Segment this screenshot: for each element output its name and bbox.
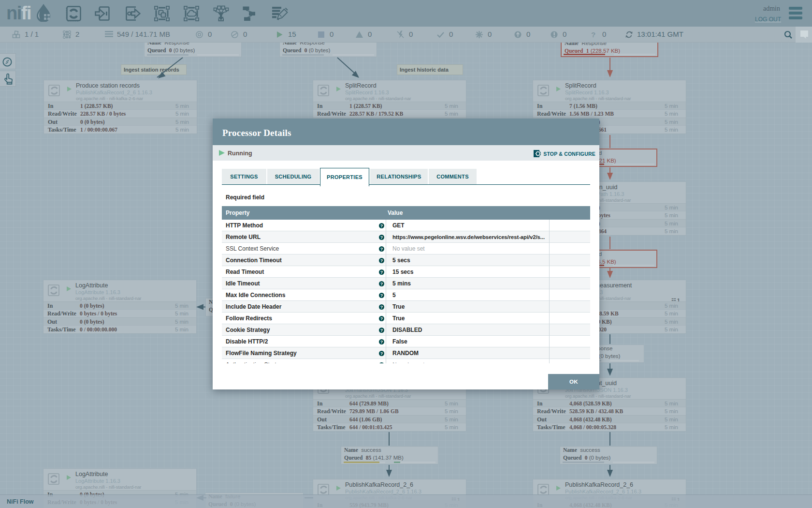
svg-text:?: ?: [591, 30, 595, 39]
